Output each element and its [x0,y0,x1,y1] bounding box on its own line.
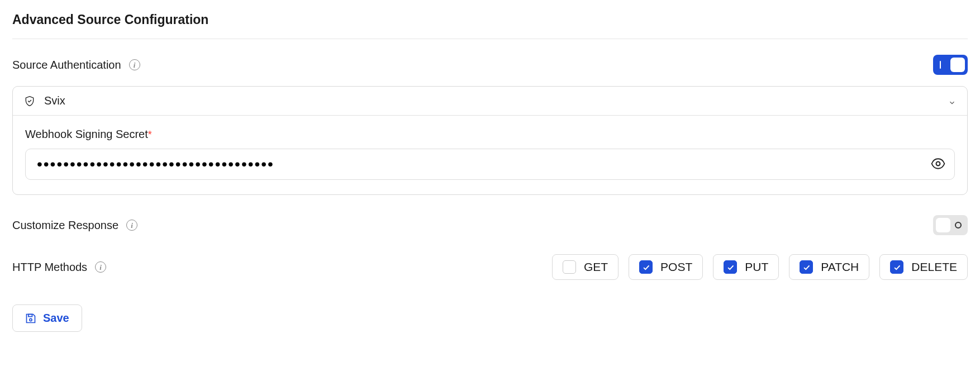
method-chip-put[interactable]: PUT [713,254,779,280]
auth-card: Svix Webhook Signing Secret * [12,86,968,195]
source-auth-row: Source Authentication i [12,55,968,75]
toggle-knob-icon [936,218,950,232]
auth-card-body: Webhook Signing Secret * [13,116,967,194]
checkbox-unchecked-icon [563,260,576,274]
shield-icon [24,95,35,107]
auth-provider-dropdown[interactable]: Svix [13,87,967,116]
eye-icon [931,156,945,173]
method-chip-patch[interactable]: PATCH [789,254,869,280]
toggle-secret-visibility-button[interactable] [930,156,946,172]
webhook-secret-input[interactable] [25,149,955,180]
source-auth-toggle[interactable] [933,55,968,75]
method-chip-get[interactable]: GET [552,254,619,280]
customize-response-toggle[interactable] [933,215,968,235]
save-icon [25,313,36,324]
method-label: PATCH [821,260,859,274]
auth-provider-left: Svix [24,94,65,107]
source-auth-label-group: Source Authentication i [12,59,140,72]
http-methods-label-group: HTTP Methods i [12,261,106,274]
toggle-knob-icon [950,58,965,72]
svg-point-0 [936,161,940,165]
info-icon[interactable]: i [95,261,106,273]
method-label: GET [584,260,608,274]
chevron-down-icon [948,97,956,105]
secret-label: Webhook Signing Secret [25,128,148,141]
method-label: PUT [745,260,768,274]
toggle-on-indicator-icon [940,61,941,69]
auth-provider-value: Svix [44,94,65,107]
checkbox-checked-icon [724,260,737,274]
toggle-off-indicator-icon [955,222,962,228]
info-icon[interactable]: i [126,220,137,231]
customize-response-label-group: Customize Response i [12,219,137,232]
checkbox-checked-icon [800,260,813,274]
required-mark: * [148,129,152,141]
customize-response-row: Customize Response i [12,215,968,235]
save-button-label: Save [43,312,69,325]
secret-input-wrap [25,149,955,180]
http-methods-row: HTTP Methods i GET POST PUT PATCH [12,254,968,280]
info-icon[interactable]: i [129,59,140,70]
svg-rect-1 [28,314,32,316]
checkbox-checked-icon [890,260,903,274]
method-chip-delete[interactable]: DELETE [879,254,968,280]
page-title: Advanced Source Configuration [12,12,968,39]
method-chip-post[interactable]: POST [629,254,703,280]
source-auth-label: Source Authentication [12,59,121,72]
checkbox-checked-icon [639,260,653,274]
method-label: DELETE [911,260,957,274]
secret-label-row: Webhook Signing Secret * [25,128,955,141]
save-button[interactable]: Save [12,304,82,332]
svg-point-2 [30,318,32,321]
customize-response-label: Customize Response [12,219,118,232]
method-label: POST [660,260,692,274]
http-methods-label: HTTP Methods [12,261,87,274]
http-methods-group: GET POST PUT PATCH DELETE [552,254,968,280]
